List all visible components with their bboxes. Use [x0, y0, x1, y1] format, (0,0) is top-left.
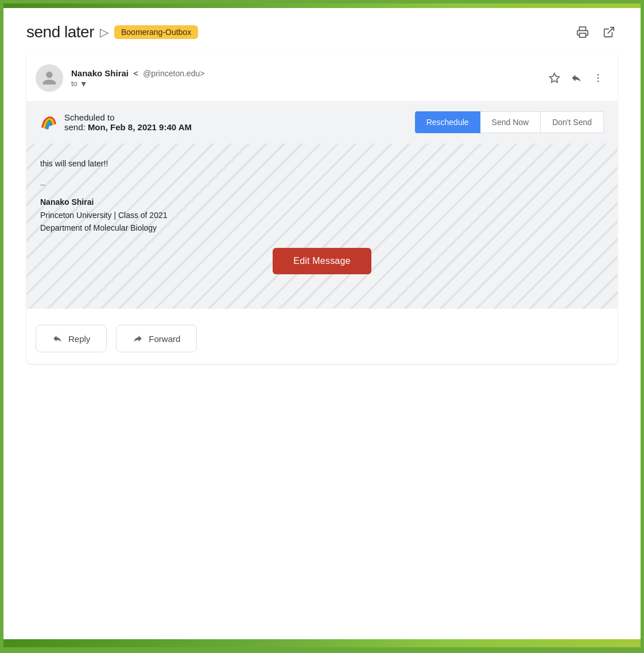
forward-icon — [133, 333, 143, 344]
boomerang-schedule-text: Scheduled to send: Mon, Feb 8, 2021 9:40… — [64, 112, 192, 132]
email-card: Nanako Shirai < @princeton.edu> to ▼ — [26, 53, 618, 364]
forward-button[interactable]: Forward — [116, 325, 197, 352]
reply-label: Reply — [68, 334, 90, 344]
boomerang-buttons: Reschedule Send Now Don't Send — [415, 111, 604, 133]
svg-point-5 — [598, 81, 599, 83]
signature-line-2: Department of Molecular Biology — [40, 221, 604, 234]
reply-header-icon — [571, 72, 582, 84]
more-vert-icon — [592, 72, 604, 84]
message-body-text: this will send later!! — [40, 159, 108, 168]
sender-to-label: to — [71, 79, 77, 88]
dont-send-button[interactable]: Don't Send — [541, 111, 604, 133]
svg-line-1 — [608, 28, 614, 33]
star-icon — [549, 72, 560, 84]
sender-name-row: Nanako Shirai < @princeton.edu> — [71, 68, 538, 78]
sender-to-row: to ▼ — [71, 79, 538, 88]
boomerang-badge: Boomerang-Outbox — [114, 25, 198, 39]
svg-point-4 — [598, 77, 599, 79]
reply-forward-row: Reply Forward — [26, 309, 618, 364]
forward-label: Forward — [149, 334, 180, 344]
reply-icon — [52, 333, 63, 344]
more-options-button[interactable] — [590, 70, 606, 86]
star-button[interactable] — [546, 70, 562, 86]
avatar — [36, 64, 63, 92]
print-icon — [576, 26, 589, 38]
edit-message-button[interactable]: Edit Message — [273, 248, 371, 274]
message-body: this will send later!! -- Nanako Shirai … — [26, 143, 618, 309]
boomerang-left: Scheduled to send: Mon, Feb 8, 2021 9:40… — [40, 112, 192, 132]
sender-name: Nanako Shirai — [71, 68, 129, 78]
edit-message-wrapper: Edit Message — [40, 248, 604, 274]
boomerang-brand-icon — [40, 114, 57, 130]
signature-line-1: Princeton University | Class of 2021 — [40, 209, 604, 221]
send-now-button[interactable]: Send Now — [480, 111, 541, 133]
svg-point-3 — [598, 74, 599, 76]
header-row: send later ▷ Boomerang-Outbox — [26, 18, 618, 41]
reply-header-button[interactable] — [568, 70, 584, 86]
svg-rect-0 — [580, 33, 586, 37]
sender-email: @princeton.edu> — [143, 69, 204, 78]
send-label: send: — [64, 122, 86, 132]
scheduled-label: Scheduled to — [64, 112, 115, 122]
person-icon — [41, 70, 57, 86]
sender-angle: < — [131, 68, 141, 78]
print-button[interactable] — [574, 24, 591, 41]
external-link-icon — [603, 26, 615, 38]
message-separator: -- — [40, 179, 604, 191]
scheduled-date: Mon, Feb 8, 2021 9:40 AM — [88, 122, 192, 132]
green-top-bar — [3, 3, 641, 8]
green-bottom-bar — [3, 639, 641, 647]
boomerang-panel: Scheduled to send: Mon, Feb 8, 2021 9:40… — [26, 101, 618, 143]
page-title: send later — [26, 23, 94, 41]
sender-row: Nanako Shirai < @princeton.edu> to ▼ — [26, 53, 618, 101]
reschedule-button[interactable]: Reschedule — [415, 111, 480, 133]
open-external-button[interactable] — [600, 24, 618, 41]
sender-info: Nanako Shirai < @princeton.edu> to ▼ — [71, 68, 538, 88]
boomerang-logo-icon — [40, 114, 57, 130]
reply-button[interactable]: Reply — [36, 325, 107, 352]
sender-actions — [546, 70, 606, 86]
svg-marker-2 — [550, 73, 560, 83]
signature-name: Nanako Shirai — [40, 196, 604, 208]
chevron-down-icon[interactable]: ▼ — [80, 79, 88, 88]
header-icons — [574, 24, 618, 41]
message-text: this will send later!! -- Nanako Shirai … — [40, 157, 604, 234]
arrow-icon: ▷ — [100, 25, 108, 39]
